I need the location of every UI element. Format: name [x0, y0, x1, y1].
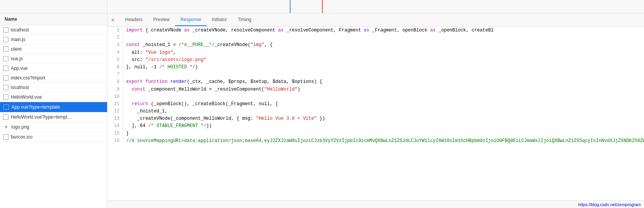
line-content: alt: "Vue logo", [123, 49, 644, 56]
folder-expand-icon: ▼ [3, 124, 9, 130]
file-checkbox-icon [3, 56, 8, 61]
sidebar-item-label: localhost [11, 85, 104, 90]
sidebar-item-label: main.js [11, 37, 104, 42]
table-row: 4 alt: "Vue logo", [107, 49, 644, 56]
table-row: 10 [107, 93, 644, 101]
table-row: 11 return (_openBlock(), _createBlock(_F… [107, 101, 644, 108]
table-row: 8export function render(_ctx, _cache, $p… [107, 78, 644, 86]
sidebar-item-localhost-2[interactable]: localhost [0, 83, 107, 92]
line-content: }, null, -1 /* HOISTED */) [123, 64, 644, 71]
table-row: 12 _hoisted_1, [107, 108, 644, 115]
tab-response[interactable]: Response [175, 14, 206, 26]
file-checkbox-icon [3, 37, 8, 42]
tab-initiator[interactable]: Initiator [206, 14, 232, 26]
line-number: 13 [107, 115, 123, 122]
timeline-marker-red [322, 0, 323, 13]
code-table: 1import { createVNode as _createVNode, r… [107, 27, 644, 145]
timeline-bar [0, 0, 644, 13]
table-row: 3const _hoisted_1 = /*#__PURE__*/_create… [107, 41, 644, 49]
line-number: 12 [107, 108, 123, 115]
line-number: 8 [107, 78, 123, 86]
sidebar-item-logo-png[interactable]: ▼logo.png [0, 122, 107, 132]
file-active-icon [3, 104, 9, 110]
line-content: return (_openBlock(), _createBlock(_Frag… [123, 101, 644, 108]
sidebar-item-vue-js[interactable]: vue.js [0, 54, 107, 64]
line-content: const _hoisted_1 = /*#__PURE__*/_createV… [123, 41, 644, 49]
line-content: _hoisted_1, [123, 108, 644, 115]
sidebar-item-localhost-1[interactable]: localhost [0, 25, 107, 35]
tab-timing[interactable]: Timing [232, 14, 257, 26]
table-row: 13 _createVNode(_component_HelloWorld, {… [107, 115, 644, 122]
line-content: //# sourceMappingURL=data:application/js… [123, 137, 644, 145]
line-content: _createVNode(_component_HelloWorld, { ms… [123, 115, 644, 122]
sidebar-item-label: client [11, 46, 104, 52]
timeline-bar-right [107, 0, 644, 13]
table-row: 16//# sourceMappingURL=data:application/… [107, 137, 644, 145]
table-row: 7 [107, 71, 644, 78]
table-row: 14 ], 64 /* STABLE_FRAGMENT */)) [107, 122, 644, 130]
table-row: 6}, null, -1 /* HOISTED */) [107, 64, 644, 71]
sidebar-item-label: localhost [11, 27, 104, 33]
sidebar-item-label: App.vue [11, 66, 104, 71]
table-row: 15} [107, 130, 644, 137]
file-checkbox-icon [3, 85, 8, 90]
file-checkbox-icon [3, 114, 8, 120]
sidebar-item-label: vue.js [11, 56, 104, 61]
table-row: 2 [107, 34, 644, 41]
file-checkbox-icon [3, 66, 8, 71]
sidebar-item-label: HelloWorld.vue [11, 94, 104, 100]
detail-panel: × HeadersPreviewResponseInitiatorTiming … [107, 13, 644, 208]
sidebar-item-app-vue[interactable]: App.vue [0, 64, 107, 73]
line-number: 2 [107, 34, 123, 41]
tab-headers[interactable]: Headers [120, 14, 148, 26]
main-content: Name localhostmain.jsclientvue.jsApp.vue… [0, 13, 644, 208]
line-content: src: "/src/assets/logo.png" [123, 56, 644, 64]
sidebar-item-helloworld-vue[interactable]: HelloWorld.vue [0, 92, 107, 102]
file-checkbox-icon [3, 27, 8, 33]
tab-preview[interactable]: Preview [148, 14, 175, 26]
line-number: 1 [107, 27, 123, 34]
sidebar-item-favicon-ico[interactable]: favicon.ico [0, 132, 107, 142]
sidebar: Name localhostmain.jsclientvue.jsApp.vue… [0, 13, 107, 208]
code-viewer[interactable]: 1import { createVNode as _createVNode, r… [107, 27, 644, 200]
file-checkbox-icon [3, 46, 8, 52]
line-content: import { createVNode as _createVNode, re… [123, 27, 644, 34]
sidebar-item-label: HelloWorld.vue?type=templ... [11, 114, 104, 120]
line-content: } [123, 130, 644, 137]
line-number: 6 [107, 64, 123, 71]
sidebar-item-helloworld-templ[interactable]: HelloWorld.vue?type=templ... [0, 112, 107, 122]
sidebar-item-label: logo.png [12, 124, 104, 130]
sidebar-item-label: favicon.ico [11, 134, 104, 140]
status-bar: https://blog.csdn.net/zemprogram [107, 200, 644, 208]
line-content: export function render(_ctx, _cache, $pr… [123, 78, 644, 86]
line-content: ], 64 /* STABLE_FRAGMENT */)) [123, 122, 644, 130]
sidebar-item-label: App.vue?type=template [12, 104, 104, 110]
sidebar-item-client[interactable]: client [0, 45, 107, 54]
file-checkbox-icon [3, 94, 8, 100]
table-row: 9 const _component_HelloWorld = _resolve… [107, 86, 644, 93]
sidebar-item-app-vue-template[interactable]: App.vue?type=template [0, 102, 107, 112]
line-number: 7 [107, 71, 123, 78]
line-number: 16 [107, 137, 123, 145]
status-url[interactable]: https://blog.csdn.net/zemprogram [578, 202, 641, 207]
line-number: 11 [107, 101, 123, 108]
line-number: 3 [107, 41, 123, 49]
line-number: 4 [107, 49, 123, 56]
file-checkbox-icon [3, 134, 8, 140]
line-number: 9 [107, 86, 123, 93]
line-content [123, 34, 644, 41]
sidebar-item-main-js[interactable]: main.js [0, 35, 107, 45]
close-panel-button[interactable]: × [109, 16, 117, 24]
line-number: 15 [107, 130, 123, 137]
table-row: 1import { createVNode as _createVNode, r… [107, 27, 644, 34]
sidebar-item-index-css-import[interactable]: index.css?import [0, 73, 107, 83]
table-row: 5 src: "/src/assets/logo.png" [107, 56, 644, 64]
line-number: 14 [107, 122, 123, 130]
line-number: 5 [107, 56, 123, 64]
sidebar-item-label: index.css?import [11, 75, 104, 81]
tabs-bar: × HeadersPreviewResponseInitiatorTiming [107, 13, 644, 27]
line-number: 10 [107, 93, 123, 101]
line-content: const _component_HelloWorld = _resolveCo… [123, 86, 644, 93]
timeline-bar-left [0, 0, 107, 13]
file-checkbox-icon [3, 75, 8, 81]
